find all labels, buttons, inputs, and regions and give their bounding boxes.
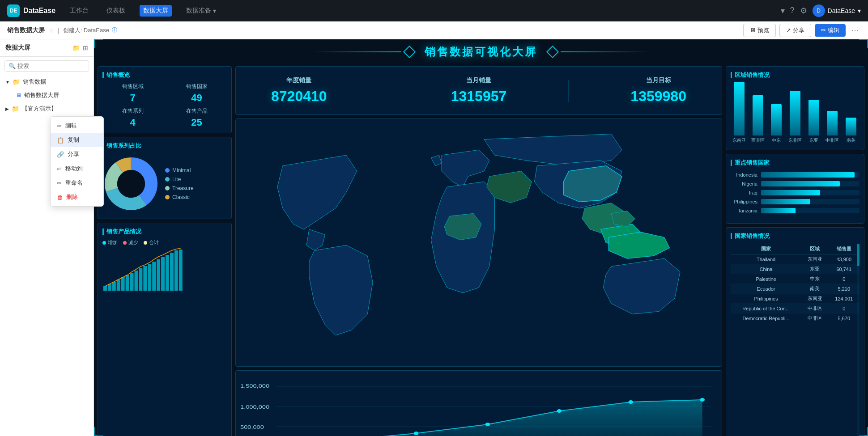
monitor-icon: 🖥 (750, 27, 756, 34)
bar-label: 东亚 (809, 137, 818, 144)
folder-sales-label: 销售数据 (23, 78, 46, 86)
panel-region: 区域销售情况 东南亚 西非区 中东 (726, 66, 864, 150)
nav-datascreen[interactable]: 数据大屏 (140, 5, 172, 17)
donut-chart-svg (104, 157, 158, 211)
svg-rect-14 (139, 268, 142, 291)
share-button[interactable]: ↗ 分享 (779, 24, 811, 37)
sidebar-title: 数据大屏 (5, 44, 30, 52)
hbar-label-indonesia: Indonesia (731, 172, 757, 178)
donut-legend: Minimal Lite Treasure (165, 167, 194, 200)
table-row: Ecuador 南美 5,210 (731, 284, 859, 294)
trend-chart-svg: 0 500,000 1,000,000 1,500,000 (240, 375, 717, 436)
metric-product-value: 25 (166, 117, 227, 128)
edit-button[interactable]: ✏ 编辑 (815, 24, 846, 37)
col-country: 国家 (731, 244, 801, 254)
hbar-fill (761, 172, 855, 178)
bar-fill (808, 100, 819, 135)
sidebar-folder-sales[interactable]: ▼ 📁 销售数据 (0, 75, 94, 89)
h-bar-chart: Indonesia Nigeria Iraq (731, 170, 859, 219)
cell-region: 南美 (801, 284, 828, 294)
metric-series: 在售系列 4 (102, 107, 163, 128)
legend-classic: Classic (165, 194, 194, 200)
context-move[interactable]: ↩ 移动到 (51, 161, 103, 176)
svg-rect-18 (157, 259, 160, 291)
donut-chart-area: Minimal Lite Treasure (102, 153, 227, 214)
panel-country-table: 国家销售情况 国家 区域 销售量 (726, 227, 864, 436)
preview-button[interactable]: 🖥 预览 (743, 24, 776, 37)
context-rename[interactable]: ✏ 重命名 (51, 176, 103, 190)
kpi-annual-value: 8720410 (271, 88, 327, 105)
sidebar-folder-official[interactable]: ▶ 📁 【官方演示】 (0, 102, 94, 115)
more-options-button[interactable]: ⋯ (849, 25, 861, 35)
svg-point-37 (485, 423, 490, 426)
context-share[interactable]: 🔗 分享 (51, 147, 103, 161)
cell-sales: 124,001 (829, 294, 860, 304)
hbar-nigeria: Nigeria (731, 181, 859, 186)
bar-fill (753, 95, 763, 135)
right-column: 区域销售情况 东南亚 西非区 中东 (726, 66, 864, 436)
hbar-label-nigeria: Nigeria (731, 181, 757, 186)
context-copy[interactable]: 📋 复制 (51, 133, 103, 147)
svg-marker-33 (276, 400, 702, 436)
title-diamond2 (546, 46, 559, 58)
hbar-indonesia: Indonesia (731, 172, 859, 178)
metric-region: 销售区域 7 (102, 83, 163, 104)
metric-country: 销售国家 49 (166, 83, 227, 104)
grid-view-icon[interactable]: ⊞ (83, 44, 88, 51)
product-chart-svg (102, 246, 227, 291)
legend-increase: 增加 (102, 239, 118, 246)
settings-icon[interactable]: ⚙ (800, 6, 807, 16)
nav-dataprep[interactable]: 数据准备 ▾ (183, 5, 220, 17)
cell-region: 中非区 (801, 313, 828, 323)
legend-dot-minimal (165, 168, 170, 173)
search-box[interactable]: 🔍 (4, 60, 89, 72)
hbar-track (761, 190, 859, 195)
chevron-down-icon[interactable]: ▾ (781, 6, 785, 16)
kpi-monthly-value: 1315957 (451, 88, 507, 105)
star-icon[interactable]: ☆ (48, 27, 54, 34)
cell-country: Palestine (731, 274, 801, 284)
bar-east-africa: 东非区 (787, 91, 804, 144)
new-folder-icon[interactable]: 📁 (72, 44, 80, 51)
folder-official-label: 【官方演示】 (22, 105, 57, 113)
hbar-philippines: Philippines (731, 199, 859, 204)
context-delete[interactable]: 🗑 删除 (51, 190, 103, 204)
dashboard-grid: 销售概览 销售区域 7 销售国家 49 在售系列 4 (98, 66, 864, 432)
bar-middle-east: 中东 (768, 104, 785, 144)
title-bar-deco5 (731, 160, 732, 166)
hbar-fill (761, 181, 840, 186)
nav-workbench[interactable]: 工作台 (66, 5, 92, 17)
tree-child-sales: 🖥 销售数据大屏 (0, 89, 94, 102)
scrollbar-thumb[interactable] (857, 244, 859, 266)
svg-text:500,000: 500,000 (240, 424, 264, 430)
sidebar: 数据大屏 📁 ⊞ 🔍 ▼ 📁 销售数据 🖥 销售数据大屏 (0, 39, 94, 436)
cell-country: Republic of the Con... (731, 304, 801, 313)
sidebar-item-sales-screen[interactable]: 🖥 销售数据大屏 (11, 89, 94, 102)
help-icon[interactable]: ? (790, 6, 795, 15)
svg-point-40 (700, 398, 705, 402)
cell-country: China (731, 264, 801, 274)
move-icon: ↩ (57, 165, 62, 172)
share-icon2: 🔗 (57, 151, 64, 158)
scrollbar-track[interactable] (857, 244, 859, 436)
cell-region: 中东 (801, 274, 828, 284)
cell-sales: 5,670 (829, 313, 860, 323)
svg-rect-6 (103, 286, 107, 291)
kpi-monthly-label: 当月销量 (451, 76, 507, 85)
main-layout: 数据大屏 📁 ⊞ 🔍 ▼ 📁 销售数据 🖥 销售数据大屏 (0, 39, 868, 436)
cell-sales: 43,900 (829, 254, 860, 264)
folder-icon2: 📁 (12, 105, 19, 112)
cell-country: Philippines (731, 294, 801, 304)
svg-rect-15 (143, 266, 147, 291)
kpi-target: 当月目标 1359980 (630, 76, 686, 105)
title-diamond (403, 46, 416, 58)
title-bar-deco4 (731, 72, 732, 78)
cell-region: 东亚 (801, 264, 828, 274)
context-edit[interactable]: ✏ 编辑 (51, 119, 103, 133)
search-input[interactable] (17, 63, 85, 69)
user-menu[interactable]: D DataEase ▾ (813, 4, 861, 17)
nav-dashboard[interactable]: 仪表板 (103, 5, 129, 17)
table-row: Philippines 东南亚 124,001 (731, 294, 859, 304)
panel-country-table-title: 国家销售情况 (731, 232, 859, 240)
product-bar-chart (102, 248, 227, 292)
